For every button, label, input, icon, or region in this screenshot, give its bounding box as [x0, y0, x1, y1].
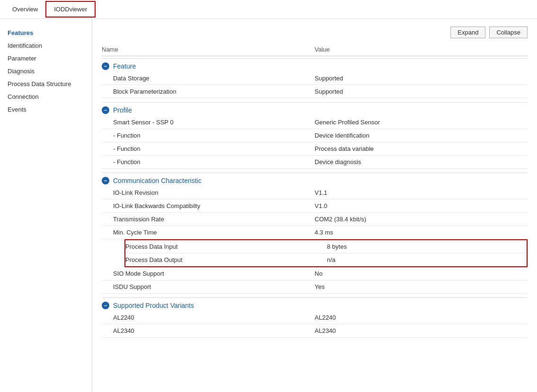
- col-header-value: Value: [315, 46, 528, 53]
- row-function-1-name: - Function: [113, 132, 315, 139]
- row-process-data-output-name: Process Data Output: [125, 256, 327, 263]
- section-variants-header: − Supported Product Variants: [102, 297, 528, 311]
- row-block-param-value: Supported: [315, 88, 528, 95]
- section-comm-icon: −: [102, 177, 109, 184]
- toolbar: Expand Collapse: [102, 26, 528, 38]
- row-data-storage: Data Storage Supported: [102, 72, 528, 85]
- row-block-param: Block Parameterization Supported: [102, 85, 528, 98]
- row-al2240-value: AL2240: [315, 314, 528, 321]
- nav-overview[interactable]: Overview: [5, 2, 45, 17]
- section-variants-title: Supported Product Variants: [113, 302, 194, 309]
- row-data-storage-name: Data Storage: [113, 75, 315, 82]
- row-sio-mode: SIO Mode Support No: [102, 267, 528, 280]
- row-function-3-value: Device diagnosis: [315, 158, 528, 166]
- nav-ioddviewer[interactable]: IODDviewer: [45, 1, 96, 17]
- section-profile-icon: −: [102, 106, 109, 114]
- section-comm-title: Communication Characteristic: [113, 177, 202, 184]
- section-feature: − Feature Data Storage Supported Block P…: [102, 58, 528, 98]
- row-transmission-rate-value: COM2 (38.4 kbit/s): [315, 216, 528, 223]
- row-function-2-name: - Function: [113, 145, 315, 152]
- sidebar-item-events[interactable]: Events: [0, 103, 92, 116]
- expand-button[interactable]: Expand: [450, 26, 485, 38]
- col-headers: Name Value: [102, 44, 528, 56]
- row-min-cycle-value: 4.3 ms: [315, 229, 528, 236]
- row-transmission-rate: Transmission Rate COM2 (38.4 kbit/s): [102, 213, 528, 226]
- row-iolink-backwards: IO-Link Backwards Compatibilty V1.0: [102, 200, 528, 213]
- row-function-2-value: Process data variable: [315, 145, 528, 152]
- collapse-button[interactable]: Collapse: [489, 26, 528, 38]
- row-process-data-output: Process Data Output n/a: [125, 253, 527, 266]
- row-iolink-revision-name: IO-Link Revision: [113, 189, 315, 196]
- row-min-cycle: Min. Cycle Time 4.3 ms: [102, 226, 528, 239]
- layout: Features Identification Parameter Diagno…: [0, 19, 537, 392]
- section-comm-header: − Communication Characteristic: [102, 173, 528, 186]
- row-function-1-value: Device identification: [315, 132, 528, 139]
- section-communication: − Communication Characteristic IO-Link R…: [102, 173, 528, 294]
- row-sio-mode-value: No: [315, 270, 528, 277]
- sidebar-title: Features: [0, 26, 92, 39]
- row-sio-mode-name: SIO Mode Support: [113, 270, 315, 277]
- row-smart-sensor-name: Smart Sensor - SSP 0: [113, 119, 315, 126]
- col-header-name: Name: [102, 46, 315, 53]
- row-isdu-support-name: ISDU Support: [113, 283, 315, 290]
- row-process-data-output-value: n/a: [327, 256, 527, 263]
- row-smart-sensor: Smart Sensor - SSP 0 Generic Profiled Se…: [102, 116, 528, 129]
- top-nav: Overview IODDviewer: [0, 0, 537, 19]
- row-process-data-input-value: 8 bytes: [327, 243, 527, 250]
- row-al2240-name: AL2240: [113, 314, 315, 321]
- sidebar-item-diagnosis[interactable]: Diagnosis: [0, 65, 92, 78]
- row-function-1: - Function Device identification: [102, 129, 528, 142]
- row-min-cycle-name: Min. Cycle Time: [113, 229, 315, 236]
- row-data-storage-value: Supported: [315, 75, 528, 82]
- row-function-3: - Function Device diagnosis: [102, 156, 528, 169]
- section-feature-header: − Feature: [102, 58, 528, 72]
- sidebar-item-connection[interactable]: Connection: [0, 90, 92, 103]
- row-iolink-revision: IO-Link Revision V1.1: [102, 186, 528, 200]
- row-smart-sensor-value: Generic Profiled Sensor: [315, 119, 528, 126]
- row-iolink-backwards-name: IO-Link Backwards Compatibilty: [113, 202, 315, 209]
- row-transmission-rate-name: Transmission Rate: [113, 216, 315, 223]
- highlighted-process-data-group: Process Data Input 8 bytes Process Data …: [124, 239, 528, 267]
- sidebar-item-process-data-structure[interactable]: Process Data Structure: [0, 78, 92, 90]
- row-process-data-input-name: Process Data Input: [125, 243, 327, 250]
- row-function-3-name: - Function: [113, 158, 315, 166]
- row-isdu-support: ISDU Support Yes: [102, 280, 528, 294]
- row-al2340-value: AL2340: [315, 327, 528, 334]
- row-iolink-backwards-value: V1.0: [315, 202, 528, 209]
- section-feature-title: Feature: [113, 62, 136, 70]
- row-al2340-name: AL2340: [113, 327, 315, 334]
- section-variants: − Supported Product Variants AL2240 AL22…: [102, 297, 528, 338]
- section-profile-title: Profile: [113, 106, 132, 114]
- row-process-data-input: Process Data Input 8 bytes: [125, 240, 527, 253]
- sidebar-item-identification[interactable]: Identification: [0, 39, 92, 52]
- sidebar-item-parameter[interactable]: Parameter: [0, 52, 92, 65]
- section-variants-icon: −: [102, 302, 109, 309]
- main-content: Expand Collapse Name Value − Feature Dat…: [92, 19, 537, 392]
- row-isdu-support-value: Yes: [315, 283, 528, 290]
- row-block-param-name: Block Parameterization: [113, 88, 315, 95]
- section-feature-icon: −: [102, 62, 109, 70]
- row-al2240: AL2240 AL2240: [102, 311, 528, 324]
- section-profile-header: − Profile: [102, 102, 528, 116]
- sidebar: Features Identification Parameter Diagno…: [0, 19, 92, 392]
- row-function-2: - Function Process data variable: [102, 142, 528, 156]
- section-profile: − Profile Smart Sensor - SSP 0 Generic P…: [102, 102, 528, 169]
- row-al2340: AL2340 AL2340: [102, 324, 528, 338]
- row-iolink-revision-value: V1.1: [315, 189, 528, 196]
